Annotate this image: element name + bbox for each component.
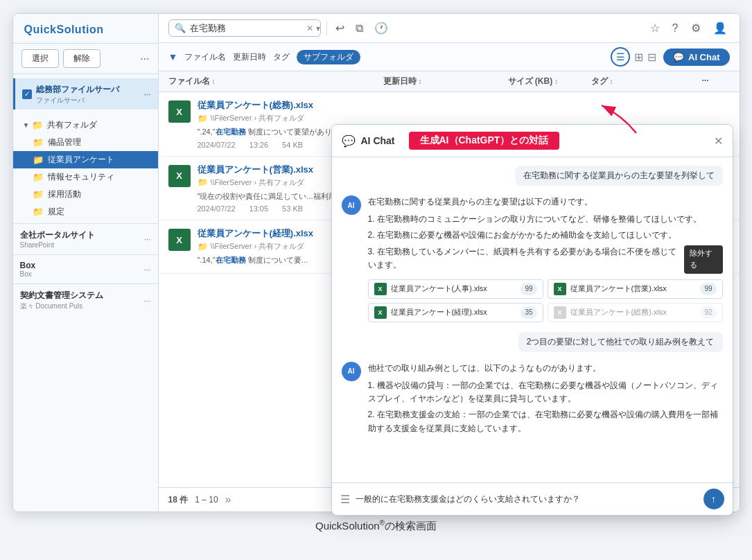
check-icon bbox=[22, 89, 32, 99]
more-button[interactable]: ··· bbox=[140, 53, 149, 65]
tree-item-security[interactable]: 📁 情報セキュリティ bbox=[13, 168, 158, 186]
ai-message-list-1: 1. 在宅勤務時のコミュニケーションの取り方についてなど、研修を整備してほしいで… bbox=[368, 213, 723, 274]
list-view-button[interactable]: ☰ bbox=[611, 47, 630, 67]
ai-chat-messages: 在宅勤務に関する従業員からの主な要望を列挙して AI 在宅勤務に関する従業員から… bbox=[332, 157, 733, 482]
ai-chat-banner: 生成AI（ChatGPT）との対話 bbox=[409, 132, 560, 150]
related-file-3: X 従業員アンケート(総務).xlsx 92 bbox=[548, 303, 723, 322]
ai-message-content-2: 他社での取り組み例としては、以下のようなものがあります。 1. 機器や設備の貸与… bbox=[368, 362, 723, 438]
tile-view-button[interactable]: ⊟ bbox=[647, 51, 656, 64]
search-dropdown-icon[interactable]: ▾ bbox=[316, 24, 320, 33]
pagination-more-icon[interactable]: » bbox=[225, 493, 231, 506]
sidebar: QuickSolution 選択 解除 ··· 総務部ファイルサーバ ファイルサ… bbox=[13, 14, 159, 511]
col-date[interactable]: 更新日時 ↕ bbox=[383, 76, 508, 87]
search-icon: 🔍 bbox=[175, 23, 186, 33]
tree-item-recruit[interactable]: 📁 採用活動 bbox=[13, 186, 158, 203]
contract-more-icon[interactable]: ··· bbox=[143, 296, 150, 306]
ai-chat-header: 💬 AI Chat 生成AI（ChatGPT）との対話 ✕ bbox=[332, 125, 733, 157]
settings-icon[interactable]: ⚙ bbox=[688, 20, 703, 36]
tree-item-root[interactable]: ▼ 📁 共有フォルダ bbox=[13, 116, 158, 134]
ai-chat-button[interactable]: AI Chat bbox=[663, 49, 730, 66]
server-item-text: 総務部ファイルサーバ ファイルサーバ bbox=[36, 82, 119, 105]
contract-item[interactable]: 契約文書管理システム 楽々 Document Puls ··· bbox=[13, 283, 158, 317]
grid-view-button[interactable]: ⊞ bbox=[634, 51, 643, 64]
filter-bar: ▼ ファイル名 更新日時 タグ サブフォルダ ☰ ⊞ ⊟ AI Chat bbox=[159, 43, 740, 71]
sort-icon-size: ↕ bbox=[554, 78, 558, 85]
sort-icon-filename: ↕ bbox=[212, 78, 216, 85]
app-logo: QuickSolution bbox=[24, 24, 104, 35]
cancel-button[interactable]: 解除 bbox=[63, 49, 100, 68]
folder-icon-security: 📁 bbox=[33, 172, 44, 182]
help-icon[interactable]: ? bbox=[670, 21, 681, 36]
server-item[interactable]: 総務部ファイルサーバ ファイルサーバ ··· bbox=[13, 78, 158, 110]
col-more: ··· bbox=[702, 76, 730, 87]
related-file-2[interactable]: X 従業員アンケート(経理).xlsx 35 bbox=[368, 303, 543, 322]
table-header: ファイル名 ↕ 更新日時 ↕ サイズ (KB) ↕ タグ ↕ bbox=[159, 71, 740, 92]
box-more-icon[interactable]: ··· bbox=[143, 265, 150, 274]
ai-chat-input[interactable] bbox=[356, 494, 698, 504]
folder-small-icon: 📁 bbox=[198, 242, 208, 252]
excel-icon: X bbox=[168, 165, 191, 187]
excel-icon-small: X bbox=[374, 283, 387, 295]
ai-message-content-1: 在宅勤務に関する従業員からの主な要望は以下の通りです。 1. 在宅勤務時のコミュ… bbox=[368, 195, 723, 322]
filter-filename[interactable]: ファイル名 bbox=[184, 51, 226, 63]
excel-icon-small: X bbox=[554, 283, 566, 295]
user-message-2: 2つ目の要望に対して他社での取り組み例を教えて bbox=[518, 332, 723, 352]
excel-icon-small-disabled: X bbox=[554, 306, 566, 319]
history-icon[interactable]: 🕐 bbox=[371, 20, 391, 36]
undo-icon[interactable]: ↩ bbox=[333, 20, 347, 36]
col-size[interactable]: サイズ (KB) ↕ bbox=[508, 76, 591, 87]
top-bar: 🔍 ✕ ▾ ↩ ⧉ 🕐 ☆ ? ⚙ 👤 bbox=[159, 14, 740, 43]
sort-icon-tag: ↕ bbox=[610, 78, 613, 85]
filter-tag[interactable]: タグ bbox=[273, 51, 290, 63]
page-caption: QuickSolution®の検索画面 bbox=[12, 519, 740, 533]
ai-message-1: AI 在宅勤務に関する従業員からの主な要望は以下の通りです。 1. 在宅勤務時の… bbox=[342, 195, 723, 322]
server-more-icon[interactable]: ··· bbox=[143, 89, 150, 99]
select-button[interactable]: 選択 bbox=[21, 49, 59, 68]
ai-message-2: AI 他社での取り組み例としては、以下のようなものがあります。 1. 機器や設備… bbox=[342, 362, 723, 438]
related-file-1[interactable]: X 従業員アンケート(営業).xlsx 99 bbox=[548, 279, 723, 299]
user-icon[interactable]: 👤 bbox=[710, 20, 730, 36]
search-input[interactable] bbox=[190, 23, 306, 33]
tree-item-rules[interactable]: 📁 規定 bbox=[13, 203, 158, 220]
exclude-button[interactable]: 除外する bbox=[684, 245, 723, 274]
tree-item-bihin[interactable]: 📁 備品管理 bbox=[13, 134, 158, 151]
star-icon[interactable]: ☆ bbox=[647, 20, 663, 36]
ai-avatar: AI bbox=[342, 195, 361, 215]
filter-subfolder[interactable]: サブフォルダ bbox=[297, 50, 360, 64]
col-filename[interactable]: ファイル名 ↕ bbox=[168, 76, 383, 87]
ai-chat-title: AI Chat bbox=[361, 135, 395, 146]
tree-item-employee[interactable]: 📁 従業員アンケート bbox=[13, 151, 158, 168]
folder-icon-recruit: 📁 bbox=[33, 189, 44, 200]
col-tag[interactable]: タグ ↕ bbox=[591, 76, 702, 87]
portal-item-sharepoint[interactable]: 全社ポータルサイト SharePoint ··· bbox=[13, 223, 158, 254]
search-box: 🔍 ✕ ▾ bbox=[168, 19, 321, 37]
excel-icon-small: X bbox=[374, 306, 387, 319]
portal-more-icon[interactable]: ··· bbox=[143, 234, 150, 244]
folder-icon: 📁 bbox=[32, 120, 43, 130]
ai-chat-icon: 💬 bbox=[342, 134, 356, 148]
ai-chat-send-button[interactable]: ↑ bbox=[703, 489, 724, 509]
tree-toggle-icon: ▼ bbox=[23, 121, 30, 129]
divider bbox=[326, 21, 327, 35]
ai-chat-panel: 💬 AI Chat 生成AI（ChatGPT）との対話 ✕ 在宅勤務に関する従業… bbox=[331, 124, 733, 516]
sidebar-header: QuickSolution bbox=[13, 14, 158, 44]
filter-date[interactable]: 更新日時 bbox=[233, 51, 266, 63]
folder-icon-employee: 📁 bbox=[33, 155, 44, 165]
folder-icon-rules: 📁 bbox=[33, 207, 44, 217]
ai-chat-close-button[interactable]: ✕ bbox=[714, 134, 723, 148]
related-file-0[interactable]: X 従業員アンケート(人事).xlsx 99 bbox=[368, 279, 543, 299]
filter-icon: ▼ bbox=[168, 51, 178, 62]
copy-icon[interactable]: ⧉ bbox=[353, 21, 366, 36]
box-item[interactable]: Box Box ··· bbox=[13, 254, 158, 283]
folder-small-icon: 📁 bbox=[198, 114, 208, 123]
user-message-1: 在宅勤務に関する従業員からの主な要望を列挙して bbox=[515, 166, 723, 186]
arrow-annotation bbox=[581, 95, 650, 139]
sort-icon-date: ↕ bbox=[419, 78, 422, 85]
folder-icon-bihin: 📁 bbox=[33, 137, 44, 148]
sidebar-actions: 選択 解除 ··· bbox=[13, 44, 158, 74]
related-files: X 従業員アンケート(人事).xlsx 99 X 従業員アンケート(営業).xl… bbox=[368, 279, 723, 322]
ai-chat-input-area: ☰ ↑ bbox=[332, 482, 733, 515]
ai-avatar-2: AI bbox=[342, 362, 361, 381]
tree-section: ▼ 📁 共有フォルダ 📁 備品管理 📁 従業員アンケート 📁 情報セ bbox=[13, 114, 158, 223]
search-clear-icon[interactable]: ✕ bbox=[306, 24, 313, 33]
